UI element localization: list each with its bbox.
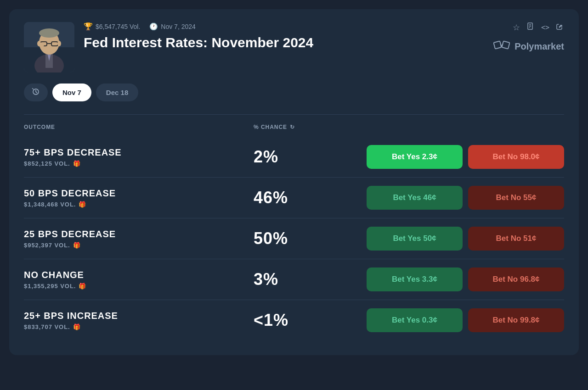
outcome-vol-2: $952,397 Vol. 🎁 — [24, 242, 254, 249]
outcomes-table: 75+ bps decrease $852,125 Vol. 🎁 2% Bet … — [24, 137, 564, 340]
outcome-info-2: 25 bps decrease $952,397 Vol. 🎁 — [24, 229, 254, 249]
outcome-vol-1: $1,348,468 Vol. 🎁 — [24, 201, 254, 208]
outcome-name-2: 25 bps decrease — [24, 229, 254, 240]
table-row: 50 bps decrease $1,348,468 Vol. 🎁 46% Be… — [24, 178, 564, 218]
table-row: 75+ bps decrease $852,125 Vol. 🎁 2% Bet … — [24, 137, 564, 178]
outcome-info-4: 25+ bps increase $833,707 Vol. 🎁 — [24, 311, 254, 330]
trophy-icon: 🏆 — [84, 22, 93, 31]
outcome-name-0: 75+ bps decrease — [24, 147, 254, 158]
bet-no-button-2[interactable]: Bet No 51¢ — [468, 227, 564, 251]
table-row: 25+ bps increase $833,707 Vol. 🎁 <1% Bet… — [24, 300, 564, 340]
header-meta: 🏆 $6,547,745 Vol. 🕐 Nov 7, 2024 — [84, 22, 484, 31]
bet-yes-button-4[interactable]: Bet Yes 0.3¢ — [367, 308, 463, 332]
bet-buttons-2: Bet Yes 50¢ Bet No 51¢ — [367, 227, 564, 251]
bet-no-button-4[interactable]: Bet No 99.8¢ — [468, 308, 564, 332]
bet-yes-button-1[interactable]: Bet Yes 46¢ — [367, 186, 463, 210]
outcome-chance-4: <1% — [254, 311, 367, 330]
star-icon[interactable]: ☆ — [513, 22, 520, 33]
bet-yes-button-2[interactable]: Bet Yes 50¢ — [367, 227, 463, 251]
outcome-info-1: 50 bps decrease $1,348,468 Vol. 🎁 — [24, 188, 254, 208]
chance-pct-0: 2% — [254, 147, 278, 167]
bet-yes-button-3[interactable]: Bet Yes 3.3¢ — [367, 267, 463, 291]
outcome-name-4: 25+ bps increase — [24, 311, 254, 321]
svg-point-11 — [37, 41, 41, 46]
bet-buttons-3: Bet Yes 3.3¢ Bet No 96.8¢ — [367, 267, 564, 291]
col-outcome-header: OUTCOME — [24, 124, 254, 130]
refresh-icon[interactable]: ↻ — [290, 124, 295, 130]
clock-icon: 🕐 — [149, 22, 158, 31]
outcome-chance-3: 3% — [254, 270, 367, 289]
tab-nov7[interactable]: Nov 7 — [52, 84, 91, 101]
gift-icon-0[interactable]: 🎁 — [73, 160, 81, 167]
tab-row: Nov 7 Dec 18 — [24, 84, 564, 101]
svg-point-6 — [39, 28, 59, 38]
outcome-info-3: No Change $1,355,295 Vol. 🎁 — [24, 270, 254, 290]
code-icon[interactable]: <> — [541, 23, 549, 32]
date-meta: 🕐 Nov 7, 2024 — [149, 22, 196, 31]
brand-name: Polymarket — [514, 41, 564, 52]
tab-dec18[interactable]: Dec 18 — [96, 84, 138, 101]
bet-buttons-1: Bet Yes 46¢ Bet No 55¢ — [367, 186, 564, 210]
svg-point-12 — [57, 41, 61, 46]
table-row: 25 bps decrease $952,397 Vol. 🎁 50% Bet … — [24, 218, 564, 259]
action-icons: ☆ <> — [513, 22, 564, 33]
header-right: ☆ <> — [493, 22, 564, 55]
svg-rect-17 — [494, 41, 502, 49]
chance-pct-4: <1% — [254, 311, 288, 330]
header-info: 🏆 $6,547,745 Vol. 🕐 Nov 7, 2024 Fed Inte… — [84, 22, 484, 51]
divider — [24, 114, 564, 115]
outcome-vol-0: $852,125 Vol. 🎁 — [24, 160, 254, 167]
date-text: Nov 7, 2024 — [161, 23, 196, 30]
bet-no-button-1[interactable]: Bet No 55¢ — [468, 186, 564, 210]
volume-text: $6,547,745 Vol. — [96, 23, 140, 30]
outcome-vol-3: $1,355,295 Vol. 🎁 — [24, 283, 254, 290]
svg-rect-18 — [502, 41, 510, 49]
bet-buttons-4: Bet Yes 0.3¢ Bet No 99.8¢ — [367, 308, 564, 332]
main-card: 🏆 $6,547,745 Vol. 🕐 Nov 7, 2024 Fed Inte… — [9, 9, 579, 355]
outcome-chance-2: 50% — [254, 229, 367, 248]
chance-pct-1: 46% — [254, 188, 288, 207]
gift-icon-4[interactable]: 🎁 — [73, 323, 81, 330]
table-header: OUTCOME % CHANCE ↻ — [24, 124, 564, 135]
outcome-name-1: 50 bps decrease — [24, 188, 254, 199]
polymarket-logo: Polymarket — [493, 38, 564, 55]
outcome-chance-1: 46% — [254, 188, 367, 207]
table-row: No Change $1,355,295 Vol. 🎁 3% Bet Yes 3… — [24, 259, 564, 300]
header: 🏆 $6,547,745 Vol. 🕐 Nov 7, 2024 Fed Inte… — [24, 22, 564, 72]
gift-icon-3[interactable]: 🎁 — [79, 283, 86, 290]
volume-meta: 🏆 $6,547,745 Vol. — [84, 22, 140, 31]
market-title: Fed Interest Rates: November 2024 — [84, 34, 484, 51]
link-icon[interactable] — [556, 22, 564, 33]
outcome-name-3: No Change — [24, 270, 254, 280]
gift-icon-2[interactable]: 🎁 — [73, 242, 81, 249]
bet-no-button-0[interactable]: Bet No 98.0¢ — [468, 145, 564, 169]
chance-pct-3: 3% — [254, 270, 278, 289]
col-chance-header: % CHANCE ↻ — [254, 124, 367, 130]
bet-yes-button-0[interactable]: Bet Yes 2.3¢ — [367, 145, 463, 169]
outcome-info-0: 75+ bps decrease $852,125 Vol. 🎁 — [24, 147, 254, 167]
bet-buttons-0: Bet Yes 2.3¢ Bet No 98.0¢ — [367, 145, 564, 169]
document-icon[interactable] — [526, 22, 535, 33]
market-image — [24, 22, 74, 72]
chance-pct-2: 50% — [254, 229, 288, 248]
gift-icon-1[interactable]: 🎁 — [79, 201, 86, 208]
tab-history[interactable] — [24, 84, 48, 101]
outcome-vol-4: $833,707 Vol. 🎁 — [24, 323, 254, 330]
outcome-chance-0: 2% — [254, 147, 367, 167]
bet-no-button-3[interactable]: Bet No 96.8¢ — [468, 267, 564, 291]
